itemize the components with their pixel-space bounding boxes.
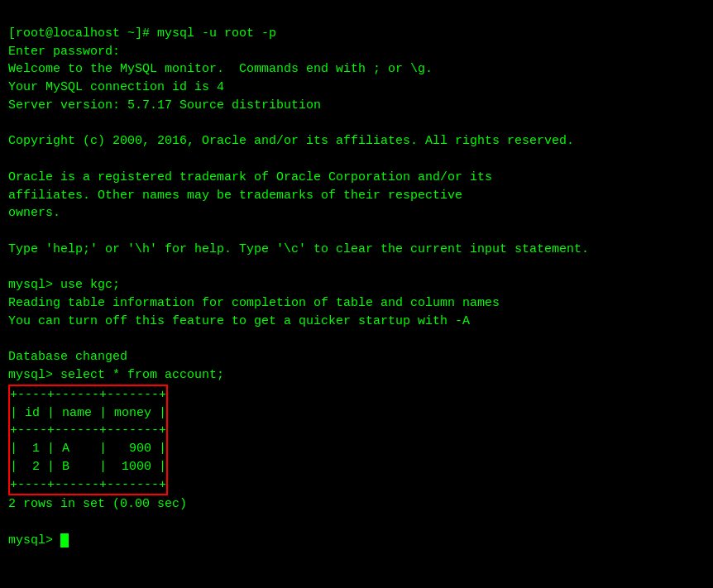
terminal-line: Database changed [8, 348, 705, 366]
terminal-line: owners. [8, 204, 705, 222]
terminal-cursor [60, 533, 69, 547]
table-line: +----+------+-------+ [10, 386, 166, 404]
terminal-line [8, 331, 705, 349]
table-line: | id | name | money | [10, 404, 166, 423]
terminal-line: [root@localhost ~]# mysql -u root -p [8, 25, 705, 43]
terminal-line [8, 115, 705, 133]
table-line: | 1 | A | 900 | [10, 440, 166, 458]
terminal-line: You can turn off this feature to get a q… [8, 313, 705, 331]
terminal-line: Welcome to the MySQL monitor. Commands e… [8, 60, 705, 79]
terminal-line [8, 259, 705, 277]
terminal-line [8, 514, 705, 532]
table-line: | 2 | B | 1000 | [10, 458, 166, 476]
terminal: [root@localhost ~]# mysql -u root -pEnte… [8, 7, 705, 550]
terminal-line: Reading table information for completion… [8, 294, 705, 313]
terminal-line: affiliates. Other names may be trademark… [8, 187, 705, 205]
terminal-line: mysql> use kgc; [8, 276, 705, 294]
terminal-line [8, 151, 705, 169]
terminal-line: Type 'help;' or '\h' for help. Type '\c'… [8, 241, 705, 259]
table-line: +----+------+-------+ [10, 422, 166, 440]
terminal-line: Copyright (c) 2000, 2016, Oracle and/or … [8, 132, 705, 151]
terminal-line: Oracle is a registered trademark of Orac… [8, 169, 705, 187]
terminal-line: 2 rows in set (0.00 sec) [8, 495, 705, 514]
terminal-line: Server version: 5.7.17 Source distributi… [8, 97, 705, 115]
query-result-table: +----+------+-------+| id | name | money… [8, 385, 168, 496]
terminal-line [8, 222, 705, 241]
terminal-line: mysql> select * from account; [8, 366, 705, 385]
terminal-line: Enter password: [8, 43, 705, 61]
table-line: +----+------+-------+ [10, 476, 166, 495]
terminal-line: Your MySQL connection id is 4 [8, 79, 705, 97]
terminal-prompt: mysql> [8, 532, 705, 550]
